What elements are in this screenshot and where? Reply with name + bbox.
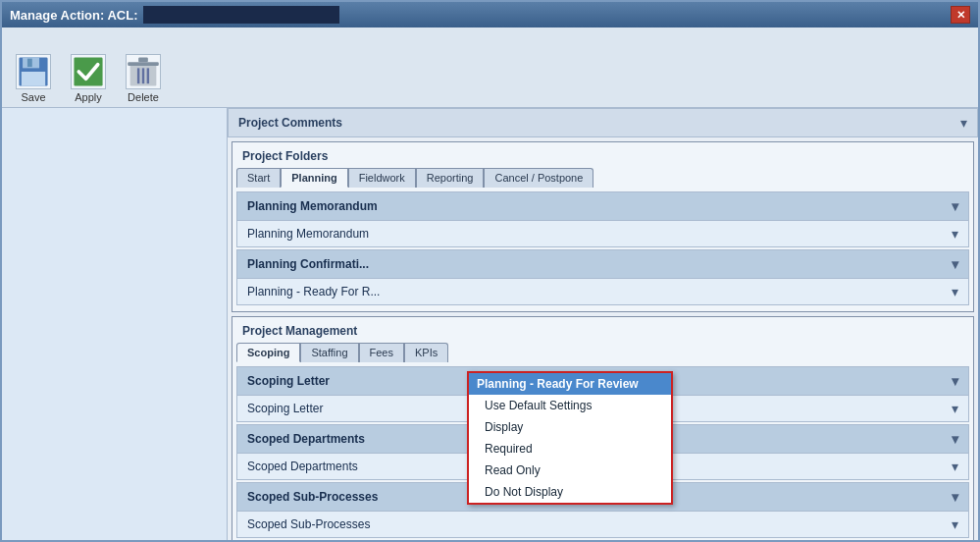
apply-button[interactable]: Apply: [65, 54, 112, 103]
svg-rect-2: [27, 59, 32, 68]
dropdown-item-use-default[interactable]: Use Default Settings: [469, 395, 671, 416]
title-bar: Manage Action: ACL: ✕: [2, 2, 978, 27]
toolbar: Save Apply Delet: [2, 27, 978, 108]
planning-confirm-header[interactable]: Planning Confirmati... ▾: [237, 250, 968, 278]
save-label: Save: [21, 91, 45, 103]
main-window: Manage Action: ACL: ✕ Save: [0, 0, 980, 542]
project-management-tabs: Scoping Staffing Fees KPIs: [236, 343, 969, 362]
content-area: Project Comments ▾ Project Folders Start…: [2, 108, 978, 540]
planning-memo-row-text: Planning Memorandum: [247, 227, 369, 241]
planning-memo-row-chevron: ▾: [952, 226, 958, 242]
tab-fieldwork[interactable]: Fieldwork: [348, 168, 416, 188]
tab-fees[interactable]: Fees: [359, 343, 404, 362]
delete-label: Delete: [128, 91, 159, 103]
window-title: Manage Action: ACL:: [10, 8, 137, 23]
project-comments-title: Project Comments: [238, 116, 342, 130]
planning-confirm-row-text: Planning - Ready For R...: [247, 285, 380, 298]
planning-memo-row[interactable]: Planning Memorandum ▾: [237, 220, 968, 246]
scoped-subprocesses-row-text: Scoped Sub-Processes: [247, 517, 370, 531]
scoping-letter-row-chevron: ▾: [952, 401, 958, 416]
scoped-subprocesses-chevron: ▾: [952, 489, 958, 505]
dropdown-header: Planning - Ready For Review: [469, 373, 671, 395]
title-bar-left: Manage Action: ACL:: [10, 6, 339, 24]
right-panel: Project Comments ▾ Project Folders Start…: [228, 108, 978, 540]
svg-rect-6: [128, 62, 159, 66]
project-management-title: Project Management: [236, 321, 969, 343]
project-folders-title: Project Folders: [236, 146, 969, 168]
scoped-subprocesses-row-chevron: ▾: [952, 516, 958, 532]
planning-confirm-chevron: ▾: [952, 256, 958, 272]
planning-memo-section: Planning Memorandum ▾ Planning Memorandu…: [236, 191, 969, 247]
tab-planning[interactable]: Planning: [281, 168, 347, 188]
apply-label: Apply: [75, 91, 102, 103]
dropdown-item-display[interactable]: Display: [469, 416, 671, 438]
apply-icon: [71, 54, 106, 89]
scoped-departments-row-chevron: ▾: [952, 459, 958, 474]
dropdown-popup: Planning - Ready For Review Use Default …: [467, 371, 673, 505]
project-folders-box: Project Folders Start Planning Fieldwork…: [232, 141, 974, 312]
save-icon: [16, 54, 51, 89]
scoped-departments-row-text: Scoped Departments: [247, 460, 358, 473]
dropdown-item-required[interactable]: Required: [469, 438, 671, 460]
close-button[interactable]: ✕: [951, 6, 970, 24]
planning-confirm-title: Planning Confirmati...: [247, 257, 369, 271]
save-button[interactable]: Save: [10, 54, 57, 103]
tab-kpis[interactable]: KPIs: [404, 343, 448, 362]
scoped-subprocesses-row[interactable]: Scoped Sub-Processes ▾: [237, 511, 968, 537]
delete-icon: [126, 54, 161, 89]
scoping-letter-title: Scoping Letter: [247, 374, 330, 388]
svg-rect-7: [138, 57, 148, 62]
tab-start[interactable]: Start: [236, 168, 281, 188]
window-title-id: [143, 6, 339, 24]
scoped-subprocesses-title: Scoped Sub-Processes: [247, 490, 378, 504]
tab-reporting[interactable]: Reporting: [416, 168, 485, 188]
scoped-departments-title: Scoped Departments: [247, 432, 365, 446]
delete-button[interactable]: Delete: [120, 54, 167, 103]
planning-memo-chevron: ▾: [952, 198, 958, 214]
planning-confirm-row[interactable]: Planning - Ready For R... ▾: [237, 278, 968, 304]
planning-confirm-section: Planning Confirmati... ▾ Planning - Read…: [236, 249, 969, 305]
project-comments-header[interactable]: Project Comments ▾: [228, 108, 978, 137]
project-comments-chevron: ▾: [960, 115, 967, 131]
tab-staffing[interactable]: Staffing: [300, 343, 358, 362]
tab-cancel-postpone[interactable]: Cancel / Postpone: [484, 168, 593, 188]
dropdown-item-do-not-display[interactable]: Do Not Display: [469, 481, 671, 503]
svg-rect-3: [22, 72, 45, 86]
scoping-letter-row-text: Scoping Letter: [247, 402, 323, 415]
scoping-letter-chevron: ▾: [952, 373, 958, 389]
left-panel: [2, 108, 228, 540]
planning-memo-header[interactable]: Planning Memorandum ▾: [237, 192, 968, 220]
dropdown-item-read-only[interactable]: Read Only: [469, 460, 671, 481]
project-folders-tabs: Start Planning Fieldwork Reporting Cance…: [236, 168, 969, 188]
planning-memo-title: Planning Memorandum: [247, 199, 378, 213]
scoped-departments-chevron: ▾: [952, 431, 958, 447]
planning-confirm-row-chevron: ▾: [952, 284, 958, 299]
tab-scoping[interactable]: Scoping: [236, 343, 300, 362]
